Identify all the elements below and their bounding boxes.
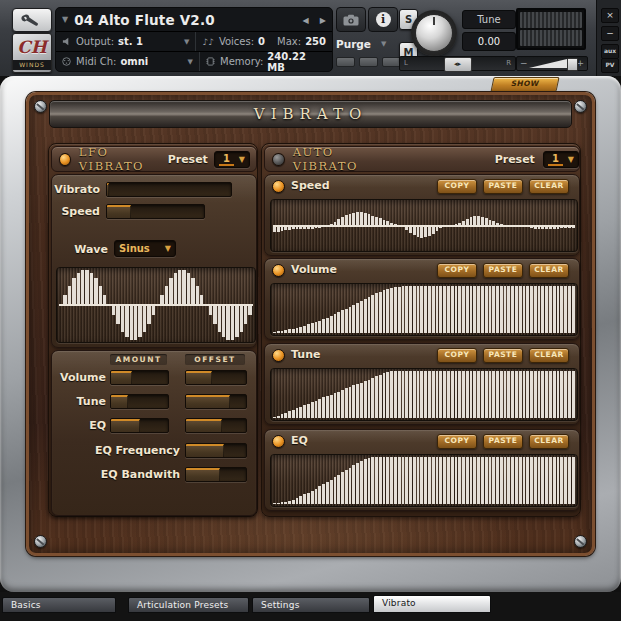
kontakt-header: CH WINDS ▼ 04 Alto Flute V2.0 ◀ ▶ Output… xyxy=(0,0,621,76)
instrument-dropdown-icon[interactable]: ▼ xyxy=(62,15,68,24)
lfo-vibrato-title: LFO VIBRATO xyxy=(79,145,168,173)
midi-channel-select[interactable]: Midi Ch: omni ▼ xyxy=(56,52,200,71)
auto-speed-display[interactable] xyxy=(270,199,578,252)
wave-select[interactable]: Sinus ▼ xyxy=(114,240,176,257)
pan-left-label: L xyxy=(404,59,408,67)
max-label: Max: xyxy=(277,36,301,47)
wave-value: Sinus xyxy=(119,243,150,254)
tab-settings[interactable]: Settings xyxy=(252,597,370,613)
level-meters xyxy=(516,8,586,50)
eq-paste-button[interactable]: PASTE xyxy=(483,434,523,449)
auto-volume-display[interactable] xyxy=(270,283,578,336)
auto-tune-display[interactable] xyxy=(270,368,578,421)
aux-button[interactable]: aux xyxy=(601,44,619,59)
volume-handle[interactable] xyxy=(567,58,578,71)
lfo-eq-label: EQ xyxy=(52,419,106,432)
minimize-button[interactable]: − xyxy=(601,26,619,41)
auto-vibrato-header: AUTO VIBRATO Preset 1 ▼ xyxy=(264,146,580,172)
tune-paste-button[interactable]: PASTE xyxy=(483,348,523,363)
volume-wedge xyxy=(529,59,567,68)
lfo-preset-value: 1 xyxy=(219,153,234,166)
eq-copy-button[interactable]: COPY xyxy=(437,434,477,449)
midi-dropdown-icon[interactable]: ▼ xyxy=(188,58,193,66)
voices-value: 0 xyxy=(258,36,265,47)
volume-amount-slider[interactable] xyxy=(110,370,169,385)
tune-value[interactable]: 0.00 xyxy=(462,32,516,51)
show-values-button[interactable]: SHOW VALUES xyxy=(490,77,559,92)
auto-tune-label: Tune xyxy=(291,348,320,361)
max-voices-value[interactable]: 250 xyxy=(305,36,326,47)
auto-volume-led[interactable] xyxy=(272,264,285,277)
speed-paste-button[interactable]: PASTE xyxy=(483,179,523,194)
tune-offset-slider[interactable] xyxy=(185,394,247,409)
voices-icon: ♪♪ xyxy=(202,37,214,47)
auto-volume-label: Volume xyxy=(291,263,337,276)
page-title: VIBRATO xyxy=(254,105,367,123)
lfo-volume-label: Volume xyxy=(52,371,106,384)
eq-frequency-offset-slider[interactable] xyxy=(185,443,247,458)
tab-articulation-presets[interactable]: Articulation Presets xyxy=(128,597,249,613)
auto-eq-display[interactable] xyxy=(270,454,578,507)
auto-speed-label: Speed xyxy=(291,179,330,192)
output-select[interactable]: Output: st. 1 ▼ xyxy=(56,32,196,51)
tune-knob[interactable] xyxy=(411,10,457,56)
memory-label: Memory: xyxy=(220,56,263,67)
eq-bandwith-offset-slider[interactable] xyxy=(185,467,247,482)
auto-preset-dropdown[interactable]: 1 ▼ xyxy=(543,151,579,168)
lfo-vibrato-led[interactable] xyxy=(59,153,71,166)
lfo-vibrato-panel: LFO VIBRATO Preset 1 ▼ Vibrato Speed Wav… xyxy=(48,143,258,517)
purge-label: Purge xyxy=(336,38,371,50)
purge-dropdown-icon: ▼ xyxy=(381,40,386,48)
voices-label: Voices: xyxy=(219,36,254,47)
speed-clear-button[interactable]: CLEAR xyxy=(529,179,569,194)
eq-amount-slider[interactable] xyxy=(110,418,169,433)
auto-eq-led[interactable] xyxy=(272,435,285,448)
auto-preset-value: 1 xyxy=(548,153,563,166)
purge-menu[interactable]: Purge ▼ xyxy=(336,36,396,52)
speed-copy-button[interactable]: COPY xyxy=(437,179,477,194)
lfo-speed-slider[interactable] xyxy=(106,204,205,219)
lfo-tune-label: Tune xyxy=(52,395,106,408)
volume-paste-button[interactable]: PASTE xyxy=(483,263,523,278)
volume-slider[interactable]: − + xyxy=(516,56,588,71)
ch-winds-logo: CH WINDS xyxy=(12,33,52,73)
logo-text: CH xyxy=(13,34,51,60)
auto-speed-section: Speed COPY PASTE CLEAR xyxy=(264,174,580,256)
tune-amount-slider[interactable] xyxy=(110,394,169,409)
auto-vibrato-led[interactable] xyxy=(272,153,285,166)
lfo-preset-dropdown[interactable]: 1 ▼ xyxy=(214,151,250,168)
edit-instrument-button[interactable] xyxy=(12,8,52,32)
instrument-options-button[interactable]: i xyxy=(368,7,398,32)
eq-clear-button[interactable]: CLEAR xyxy=(529,434,569,449)
lfo-preset-dropdown-icon: ▼ xyxy=(239,155,245,164)
tune-clear-button[interactable]: CLEAR xyxy=(529,348,569,363)
script-tabs-bar: Basics Articulation Presets Settings Vib… xyxy=(0,592,621,621)
vibrato-label: Vibrato xyxy=(52,183,100,196)
snapshot-camera-button[interactable] xyxy=(336,7,366,32)
vibrato-slider[interactable] xyxy=(106,182,232,197)
screw-icon xyxy=(574,535,587,548)
volume-clear-button[interactable]: CLEAR xyxy=(529,263,569,278)
pan-handle[interactable]: ◂▸ xyxy=(444,57,472,72)
volume-copy-button[interactable]: COPY xyxy=(437,263,477,278)
memory-icon xyxy=(206,57,215,66)
tab-basics[interactable]: Basics xyxy=(2,597,116,613)
prev-instrument-icon[interactable]: ◀ xyxy=(303,16,309,25)
offset-column-header: OFFSET xyxy=(185,354,245,365)
tab-vibrato[interactable]: Vibrato xyxy=(373,595,491,613)
pan-slider[interactable]: L R ◂▸ xyxy=(399,56,516,71)
screw-icon xyxy=(34,535,47,548)
status-segment xyxy=(336,57,355,67)
close-button[interactable]: × xyxy=(601,8,619,23)
output-dropdown-icon[interactable]: ▼ xyxy=(184,38,189,46)
auto-tune-led[interactable] xyxy=(272,349,285,362)
lfo-wave-display[interactable] xyxy=(56,267,256,343)
next-instrument-icon[interactable]: ▶ xyxy=(320,16,326,25)
volume-offset-slider[interactable] xyxy=(185,370,247,385)
pv-button[interactable]: PV xyxy=(601,58,619,73)
auto-vibrato-title: AUTO VIBRATO xyxy=(293,145,401,173)
tune-copy-button[interactable]: COPY xyxy=(437,348,477,363)
eq-offset-slider[interactable] xyxy=(185,418,247,433)
auto-speed-led[interactable] xyxy=(272,180,285,193)
auto-preset-label: Preset xyxy=(495,153,535,166)
